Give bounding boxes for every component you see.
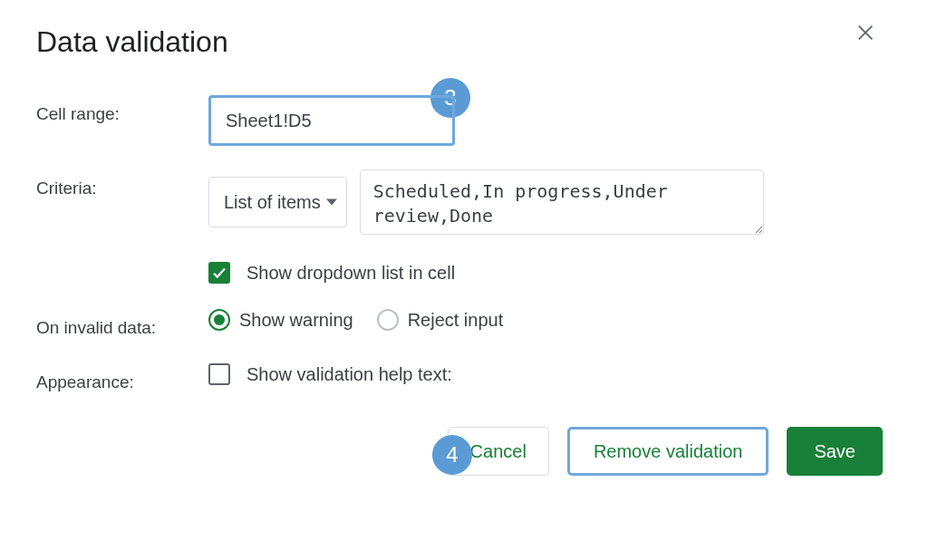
save-button[interactable]: Save [787,427,883,476]
criteria-items-input[interactable] [360,169,764,235]
criteria-dropdown-label: List of items [224,192,321,213]
radio-show-warning[interactable]: Show warning [208,309,353,331]
remove-validation-button[interactable]: Remove validation [567,427,769,476]
data-validation-dialog: Data validation 3 Cell range: Criteria: … [0,0,928,560]
show-dropdown-label: Show dropdown list in cell [246,263,455,284]
show-dropdown-row: Show dropdown list in cell [36,262,892,284]
appearance-row: Appearance: Show validation help text: [36,363,892,392]
cell-range-input[interactable] [224,110,457,132]
radio-reject-input[interactable]: Reject input [377,309,504,331]
on-invalid-label: On invalid data: [36,309,208,338]
radio-icon [377,309,399,331]
dialog-title: Data validation [36,25,892,59]
radio-icon [208,309,230,331]
on-invalid-row: On invalid data: Show warning Reject inp… [36,309,892,338]
close-button[interactable] [853,20,878,45]
check-icon [211,265,227,281]
cell-range-label: Cell range: [36,95,208,124]
criteria-label: Criteria: [36,169,208,198]
criteria-dropdown[interactable]: List of items [208,177,347,227]
cell-range-input-wrapper [208,95,455,146]
criteria-row: Criteria: List of items [36,169,892,235]
close-icon [856,23,875,43]
radio-show-warning-label: Show warning [239,310,353,331]
radio-reject-input-label: Reject input [408,310,504,331]
annotation-badge-4: 4 [432,435,472,475]
help-text-checkbox[interactable] [208,363,230,385]
appearance-label: Appearance: [36,363,208,392]
show-dropdown-checkbox[interactable] [208,262,230,284]
help-text-label: Show validation help text: [246,364,452,385]
chevron-down-icon [326,197,337,208]
